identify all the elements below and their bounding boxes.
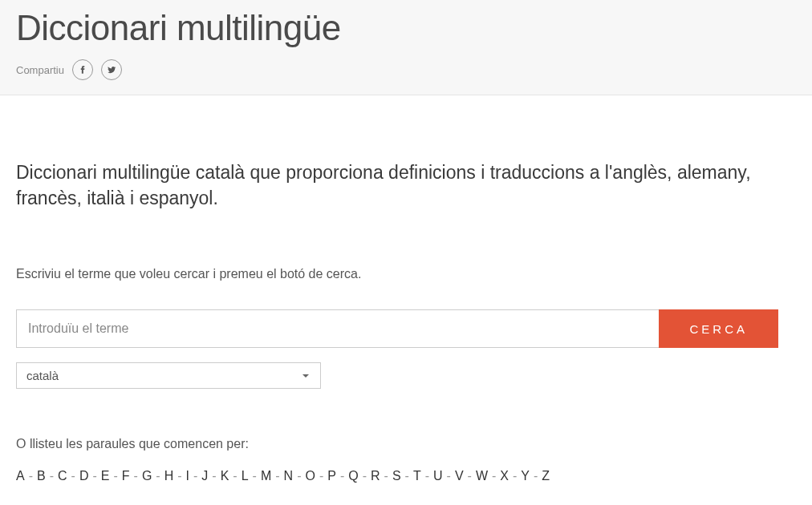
alpha-separator: -	[363, 469, 367, 483]
alpha-letter-v[interactable]: V	[455, 469, 464, 483]
alpha-letter-y[interactable]: Y	[521, 469, 530, 483]
alpha-index: A-B-C-D-E-F-G-H-I-J-K-L-M-N-O-P-Q-R-S-T-…	[16, 469, 778, 483]
alpha-separator: -	[212, 469, 216, 483]
share-row: Compartiu	[16, 59, 796, 80]
share-label: Compartiu	[16, 64, 64, 76]
alpha-separator: -	[492, 469, 496, 483]
twitter-icon[interactable]	[101, 59, 122, 80]
alpha-separator: -	[177, 469, 181, 483]
alpha-separator: -	[156, 469, 160, 483]
alpha-separator: -	[29, 469, 33, 483]
alpha-letter-w[interactable]: W	[476, 469, 488, 483]
search-instruction: Escriviu el terme que voleu cercar i pre…	[16, 267, 778, 281]
alpha-letter-z[interactable]: Z	[542, 469, 550, 483]
alpha-letter-u[interactable]: U	[433, 469, 443, 483]
search-row: CERCA	[16, 309, 778, 348]
alpha-letter-g[interactable]: G	[142, 469, 152, 483]
alpha-separator: -	[468, 469, 472, 483]
description-text: Diccionari multilingüe català que propor…	[16, 160, 778, 211]
alpha-letter-b[interactable]: B	[37, 469, 46, 483]
page-title: Diccionari multilingüe	[16, 8, 796, 48]
alpha-letter-p[interactable]: P	[327, 469, 336, 483]
alpha-letter-s[interactable]: S	[392, 469, 401, 483]
main-content: Diccionari multilingüe català que propor…	[0, 95, 794, 505]
alpha-letter-r[interactable]: R	[371, 469, 380, 483]
search-input[interactable]	[16, 309, 659, 348]
alpha-letter-n[interactable]: N	[284, 469, 294, 483]
alpha-separator: -	[340, 469, 344, 483]
alpha-separator: -	[193, 469, 197, 483]
alpha-letter-d[interactable]: D	[79, 469, 89, 483]
alpha-separator: -	[275, 469, 279, 483]
alpha-separator: -	[384, 469, 388, 483]
alpha-letter-o[interactable]: O	[305, 469, 315, 483]
alpha-separator: -	[425, 469, 429, 483]
alpha-separator: -	[71, 469, 75, 483]
alpha-letter-l[interactable]: L	[242, 469, 249, 483]
alpha-separator: -	[113, 469, 117, 483]
page-header: Diccionari multilingüe Compartiu	[0, 0, 812, 95]
alpha-letter-j[interactable]: J	[201, 469, 208, 483]
alpha-separator: -	[233, 469, 237, 483]
alpha-letter-f[interactable]: F	[122, 469, 130, 483]
alpha-separator: -	[297, 469, 301, 483]
alpha-letter-c[interactable]: C	[58, 469, 67, 483]
alpha-letter-e[interactable]: E	[101, 469, 110, 483]
alpha-letter-q[interactable]: Q	[348, 469, 358, 483]
alpha-separator: -	[513, 469, 517, 483]
alpha-list-instruction: O llisteu les paraules que comencen per:	[16, 437, 778, 451]
alpha-letter-t[interactable]: T	[413, 469, 421, 483]
language-select-wrap: català	[16, 362, 321, 389]
language-select[interactable]: català	[16, 362, 321, 389]
search-button[interactable]: CERCA	[659, 309, 778, 348]
alpha-letter-a[interactable]: A	[16, 469, 25, 483]
alpha-letter-m[interactable]: M	[261, 469, 271, 483]
alpha-letter-k[interactable]: K	[221, 469, 229, 483]
alpha-letter-i[interactable]: I	[186, 469, 189, 483]
alpha-separator: -	[92, 469, 96, 483]
facebook-icon[interactable]	[72, 59, 93, 80]
alpha-letter-h[interactable]: H	[164, 469, 174, 483]
alpha-separator: -	[405, 469, 409, 483]
alpha-separator: -	[253, 469, 257, 483]
alpha-separator: -	[134, 469, 138, 483]
alpha-separator: -	[50, 469, 54, 483]
alpha-separator: -	[447, 469, 451, 483]
alpha-letter-x[interactable]: X	[500, 469, 509, 483]
alpha-separator: -	[319, 469, 323, 483]
alpha-separator: -	[534, 469, 538, 483]
